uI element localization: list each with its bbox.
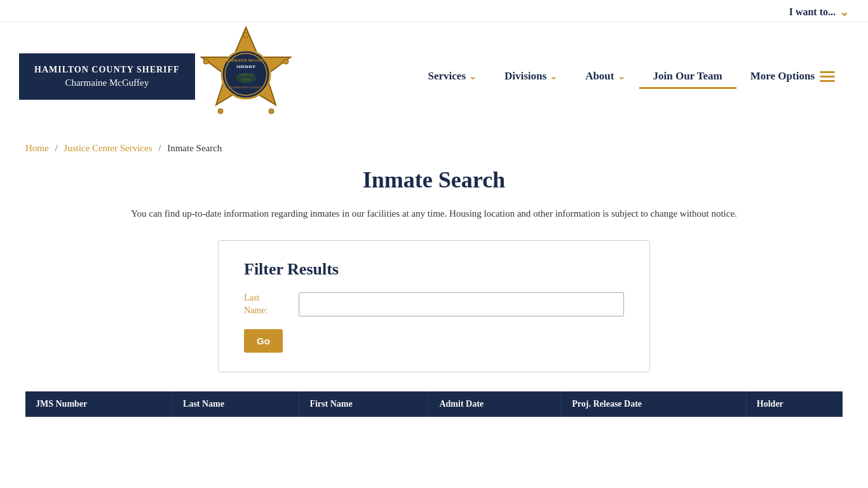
- breadcrumb-sep-1: /: [55, 143, 57, 153]
- filter-title: Filter Results: [244, 260, 624, 279]
- page-description: You can find up-to-date information rega…: [27, 206, 841, 221]
- nav-more-options-label: More Options: [750, 70, 815, 83]
- svg-text:HAMILTON COUNTY: HAMILTON COUNTY: [231, 86, 262, 89]
- services-chevron-icon: ⌄: [469, 71, 477, 82]
- filter-row: LastName:: [244, 292, 624, 316]
- sheriff-name: Charmaine McGuffey: [34, 78, 180, 88]
- sheriff-text-box: HAMILTON COUNTY SHERIFF Charmaine McGuff…: [19, 53, 195, 100]
- svg-point-9: [243, 32, 248, 37]
- svg-point-7: [236, 73, 256, 83]
- sheriff-title: HAMILTON COUNTY SHERIFF: [34, 65, 180, 75]
- col-first-name: First Name: [299, 391, 429, 417]
- i-want-to-label: I want to...: [789, 6, 836, 18]
- col-last-name: Last Name: [173, 391, 299, 417]
- table-header: JMS Number Last Name First Name Admit Da…: [25, 391, 843, 417]
- header: HAMILTON COUNTY SHERIFF Charmaine McGuff…: [0, 22, 868, 130]
- svg-point-13: [203, 59, 208, 64]
- breadcrumb-sep-2: /: [158, 143, 161, 153]
- i-want-to-button[interactable]: I want to... ⌄: [789, 5, 849, 19]
- filter-box: Filter Results LastName: Go: [218, 240, 650, 372]
- last-name-label: LastName:: [244, 292, 288, 316]
- logo-area: HAMILTON COUNTY SHERIFF Charmaine McGuff…: [19, 22, 297, 130]
- nav-divisions-label: Divisions: [505, 70, 546, 83]
- breadcrumb-current: Inmate Search: [167, 143, 222, 153]
- badge-svg: CHARMAINE McGUFFEY SHERIFF STATE OF OHIO…: [195, 22, 297, 130]
- nav-services[interactable]: Services ⌄: [414, 64, 491, 89]
- col-holder: Holder: [746, 391, 843, 417]
- svg-text:SHERIFF: SHERIFF: [236, 64, 255, 69]
- sheriff-badge: CHARMAINE McGUFFEY SHERIFF STATE OF OHIO…: [195, 22, 297, 130]
- svg-point-11: [269, 109, 274, 114]
- chevron-down-icon: ⌄: [839, 5, 849, 19]
- main-nav: Services ⌄ Divisions ⌄ About ⌄ Join Our …: [414, 64, 849, 89]
- col-proj-release-date: Proj. Release Date: [562, 391, 747, 417]
- go-button[interactable]: Go: [244, 329, 283, 353]
- svg-point-12: [218, 109, 223, 114]
- breadcrumb-home[interactable]: Home: [25, 143, 49, 153]
- results-table: JMS Number Last Name First Name Admit Da…: [25, 391, 843, 417]
- svg-text:CHARMAINE McGUFFEY: CHARMAINE McGUFFEY: [222, 58, 269, 62]
- main-content: Inmate Search You can find up-to-date in…: [0, 160, 868, 436]
- nav-join-team[interactable]: Join Our Team: [639, 64, 736, 89]
- table-header-row: JMS Number Last Name First Name Admit Da…: [25, 391, 843, 417]
- col-jms-number: JMS Number: [25, 391, 173, 417]
- breadcrumb-justice-center[interactable]: Justice Center Services: [64, 143, 152, 153]
- nav-services-label: Services: [428, 70, 466, 83]
- nav-join-team-label: Join Our Team: [653, 70, 722, 83]
- about-chevron-icon: ⌄: [618, 71, 625, 82]
- top-bar: I want to... ⌄: [0, 0, 868, 22]
- breadcrumb: Home / Justice Center Services / Inmate …: [0, 130, 868, 160]
- nav-about[interactable]: About ⌄: [571, 64, 639, 89]
- nav-about-label: About: [585, 70, 614, 83]
- col-admit-date: Admit Date: [429, 391, 562, 417]
- page-title: Inmate Search: [25, 166, 843, 193]
- hamburger-icon: [820, 71, 835, 82]
- last-name-input[interactable]: [299, 292, 624, 316]
- nav-divisions[interactable]: Divisions ⌄: [491, 64, 571, 89]
- divisions-chevron-icon: ⌄: [550, 71, 557, 82]
- svg-point-10: [283, 59, 288, 64]
- nav-more-options[interactable]: More Options: [736, 64, 849, 89]
